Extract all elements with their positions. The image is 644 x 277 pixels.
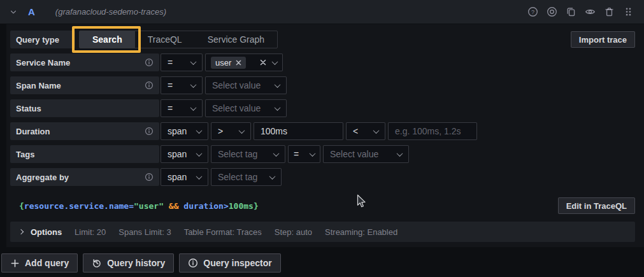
span-name-label: Span Name bbox=[10, 76, 159, 94]
grafana-trace-query-editor: { "colors": { "highlight_yellow": "#efb1… bbox=[0, 0, 644, 277]
query-type-tab-service-graph[interactable]: Service Graph bbox=[195, 31, 277, 48]
open-brace-token: { bbox=[19, 201, 24, 211]
duration-label: Duration bbox=[10, 122, 159, 140]
chevron-down-icon bbox=[269, 173, 276, 180]
query-footer: Add query Query history Query inspector bbox=[1, 253, 644, 273]
query-editor-body: Query type Search TraceQL Service Graph … bbox=[6, 24, 644, 247]
duration-gt-operator-select[interactable]: > bbox=[211, 122, 251, 140]
chevron-down-icon bbox=[373, 127, 380, 134]
tags-operator-select[interactable]: = bbox=[288, 145, 320, 163]
query-ref-letter: A bbox=[28, 6, 35, 17]
chevron-down-icon bbox=[190, 104, 197, 111]
duplicate-query-icon[interactable] bbox=[566, 6, 576, 17]
duration-lt-input-wrap bbox=[388, 122, 477, 140]
option-limit: Limit: 20 bbox=[75, 227, 106, 237]
tags-tag-select[interactable]: Select tag bbox=[211, 145, 285, 163]
traceql-preview-row: {resource.service.name="user" && duratio… bbox=[10, 195, 635, 217]
options-bar: Options Limit: 20 Spans Limit: 3 Table F… bbox=[10, 222, 635, 242]
history-icon bbox=[92, 258, 102, 268]
aggregate-scope-select[interactable]: span bbox=[161, 168, 208, 186]
chevron-down-icon bbox=[239, 127, 245, 134]
duration-lt-value-input[interactable] bbox=[389, 126, 476, 136]
add-query-button[interactable]: Add query bbox=[1, 253, 78, 273]
query-row-header[interactable]: A (grafanacloud-sedemo-traces) ? bbox=[0, 0, 644, 24]
chevron-down-icon bbox=[273, 150, 280, 157]
option-spans-limit: Spans Limit: 3 bbox=[118, 227, 171, 237]
remove-tag-icon[interactable] bbox=[236, 60, 241, 66]
duration-gt-input-wrap bbox=[254, 122, 343, 140]
info-circle-icon bbox=[188, 258, 198, 268]
datasource-name: (grafanacloud-sedemo-traces) bbox=[55, 7, 166, 17]
query-inspector-button[interactable]: Query inspector bbox=[179, 253, 280, 273]
chevron-down-icon bbox=[190, 59, 197, 65]
duration-value-token: 100ms bbox=[229, 201, 254, 211]
status-label: Status bbox=[10, 99, 159, 117]
chevron-down-icon bbox=[196, 127, 203, 134]
chevron-down-icon bbox=[196, 173, 203, 180]
option-step: Step: auto bbox=[275, 227, 312, 237]
status-value-select[interactable]: Select value bbox=[205, 99, 287, 117]
tags-value-select[interactable]: Select value bbox=[323, 145, 409, 163]
service-value-token: "user" bbox=[134, 201, 164, 211]
query-history-button[interactable]: Query history bbox=[83, 253, 174, 273]
hide-response-eye-icon[interactable] bbox=[585, 6, 596, 17]
span-name-value-select[interactable]: Select value bbox=[205, 76, 287, 94]
filter-row-service-name: Service Name = user bbox=[10, 53, 635, 71]
traceql-preview: {resource.service.name="user" && duratio… bbox=[19, 201, 259, 211]
duration-attr-token: duration bbox=[183, 201, 224, 211]
tags-label: Tags bbox=[10, 145, 159, 163]
plus-icon bbox=[10, 259, 20, 268]
query-type-row: Query type Search TraceQL Service Graph … bbox=[10, 31, 635, 48]
chevron-down-icon bbox=[275, 104, 281, 111]
options-toggle[interactable]: Options bbox=[19, 227, 62, 237]
filter-row-aggregate-by: Aggregate by span Select tag bbox=[10, 168, 635, 186]
query-type-tab-traceql[interactable]: TraceQL bbox=[135, 31, 195, 48]
info-icon bbox=[145, 127, 154, 136]
query-type-label: Query type bbox=[10, 31, 75, 48]
query-type-tab-search[interactable]: Search bbox=[80, 31, 135, 48]
query-type-radio-group: Search TraceQL Service Graph bbox=[79, 31, 278, 48]
record-icon[interactable] bbox=[547, 6, 557, 17]
value-tag-user: user bbox=[211, 57, 246, 69]
gt-operator-token: > bbox=[224, 201, 229, 211]
tags-scope-select[interactable]: span bbox=[161, 145, 208, 163]
close-brace-token: } bbox=[254, 201, 259, 211]
collapse-chevron-down-icon[interactable] bbox=[9, 8, 18, 17]
filter-row-duration: Duration span > < bbox=[10, 122, 635, 140]
chevron-right-icon bbox=[18, 229, 24, 234]
remove-query-trash-icon[interactable] bbox=[604, 6, 615, 17]
info-icon bbox=[145, 58, 154, 67]
chevron-down-icon bbox=[196, 150, 203, 157]
duration-gt-value-input[interactable] bbox=[254, 126, 343, 136]
import-trace-button[interactable]: Import trace bbox=[571, 31, 635, 48]
option-table-format: Table Format: Traces bbox=[184, 227, 262, 237]
chevron-down-icon bbox=[275, 82, 281, 88]
chevron-down-icon bbox=[272, 59, 278, 65]
duration-lt-operator-select[interactable]: < bbox=[346, 122, 385, 140]
chevron-down-icon bbox=[310, 150, 316, 157]
help-icon[interactable]: ? bbox=[527, 6, 538, 17]
service-name-value-combobox[interactable]: user bbox=[205, 53, 283, 71]
status-operator-select[interactable]: = bbox=[161, 99, 203, 117]
filter-row-status: Status = Select value bbox=[10, 99, 635, 117]
option-streaming: Streaming: Enabled bbox=[325, 227, 397, 237]
chevron-down-icon bbox=[190, 82, 197, 88]
info-icon bbox=[145, 173, 154, 181]
service-name-label: Service Name bbox=[10, 53, 159, 71]
drag-handle-icon[interactable] bbox=[623, 6, 634, 17]
duration-scope-select[interactable]: span bbox=[161, 122, 208, 140]
svg-text:?: ? bbox=[531, 9, 534, 15]
service-name-operator-select[interactable]: = bbox=[161, 53, 203, 71]
service-attr-token: resource.service.name bbox=[24, 201, 129, 211]
eq-operator-token: = bbox=[129, 201, 134, 211]
clear-value-icon[interactable] bbox=[260, 59, 266, 66]
span-name-operator-select[interactable]: = bbox=[161, 76, 203, 94]
filter-row-span-name: Span Name = Select value bbox=[10, 76, 635, 94]
and-operator-token: && bbox=[164, 201, 183, 211]
edit-in-traceql-button[interactable]: Edit in TraceQL bbox=[558, 197, 635, 214]
filter-row-tags: Tags span Select tag = Select value bbox=[10, 145, 635, 163]
chevron-down-icon bbox=[397, 150, 403, 157]
info-icon bbox=[145, 81, 154, 90]
aggregate-tag-select[interactable]: Select tag bbox=[211, 168, 282, 186]
aggregate-by-label: Aggregate by bbox=[10, 168, 159, 186]
